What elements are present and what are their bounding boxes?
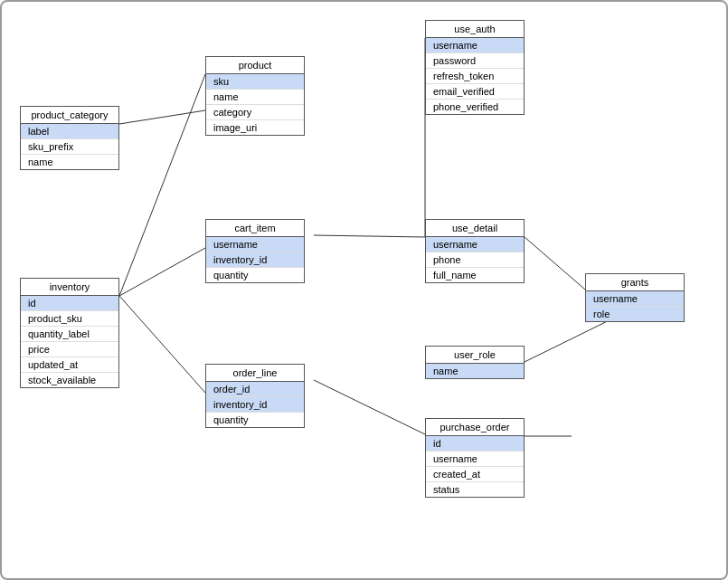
- table-title-product: product: [206, 57, 304, 74]
- field-cart_item-quantity: quantity: [206, 268, 304, 282]
- table-grants: grantsusernamerole: [585, 273, 685, 322]
- svg-line-1: [119, 74, 205, 296]
- field-cart_item-username: username: [206, 237, 304, 252]
- svg-line-8: [314, 380, 425, 434]
- table-product_category: product_categorylabelsku_prefixname: [20, 106, 119, 170]
- svg-line-6: [525, 237, 585, 290]
- field-order_line-quantity: quantity: [206, 413, 304, 427]
- field-use_detail-full_name: full_name: [426, 268, 524, 282]
- table-title-purchase_order: purchase_order: [426, 419, 524, 436]
- field-purchase_order-id: id: [426, 436, 524, 452]
- field-cart_item-inventory_id: inventory_id: [206, 252, 304, 268]
- field-grants-username: username: [586, 291, 684, 307]
- field-order_line-order_id: order_id: [206, 382, 304, 397]
- field-purchase_order-status: status: [426, 482, 524, 497]
- table-title-product_category: product_category: [21, 107, 118, 124]
- field-product-category: category: [206, 105, 304, 120]
- field-product_category-sku_prefix: sku_prefix: [21, 139, 118, 155]
- field-use_auth-phone_verified: phone_verified: [426, 100, 524, 114]
- field-use_detail-phone: phone: [426, 252, 524, 268]
- table-title-user_role: user_role: [426, 347, 524, 364]
- field-use_auth-refresh_token: refresh_token: [426, 69, 524, 84]
- field-product_category-label: label: [21, 124, 118, 139]
- field-purchase_order-created_at: created_at: [426, 467, 524, 482]
- field-inventory-stock_available: stock_available: [21, 373, 118, 387]
- table-title-use_auth: use_auth: [426, 21, 524, 38]
- field-use_auth-email_verified: email_verified: [426, 84, 524, 100]
- field-product-name: name: [206, 90, 304, 105]
- field-use_auth-password: password: [426, 53, 524, 69]
- field-inventory-product_sku: product_sku: [21, 311, 118, 327]
- table-use_auth: use_authusernamepasswordrefresh_tokenema…: [425, 20, 525, 115]
- table-title-cart_item: cart_item: [206, 220, 304, 237]
- field-inventory-updated_at: updated_at: [21, 357, 118, 373]
- table-title-inventory: inventory: [21, 279, 118, 296]
- field-purchase_order-username: username: [426, 452, 524, 467]
- table-use_detail: use_detailusernamephonefull_name: [425, 219, 525, 283]
- svg-line-3: [119, 296, 205, 393]
- field-inventory-quantity_label: quantity_label: [21, 327, 118, 342]
- svg-line-0: [119, 110, 205, 124]
- table-user_role: user_rolename: [425, 346, 525, 379]
- field-order_line-inventory_id: inventory_id: [206, 397, 304, 413]
- table-title-use_detail: use_detail: [426, 220, 524, 237]
- field-inventory-price: price: [21, 342, 118, 357]
- field-product_category-name: name: [21, 155, 118, 169]
- field-inventory-id: id: [21, 296, 118, 311]
- field-use_auth-username: username: [426, 38, 524, 53]
- svg-line-5: [314, 235, 425, 237]
- field-product-image_uri: image_uri: [206, 120, 304, 135]
- table-purchase_order: purchase_orderidusernamecreated_atstatus: [425, 418, 525, 498]
- field-grants-role: role: [586, 307, 684, 321]
- table-cart_item: cart_itemusernameinventory_idquantity: [205, 219, 305, 283]
- field-use_detail-username: username: [426, 237, 524, 252]
- table-order_line: order_lineorder_idinventory_idquantity: [205, 364, 305, 428]
- table-product: productskunamecategoryimage_uri: [205, 56, 305, 136]
- svg-line-2: [119, 248, 205, 296]
- field-user_role-name: name: [426, 364, 524, 378]
- table-title-grants: grants: [586, 274, 684, 291]
- diagram-canvas: product_categorylabelsku_prefixnameinven…: [0, 0, 728, 580]
- table-title-order_line: order_line: [206, 365, 304, 382]
- table-inventory: inventoryidproduct_skuquantity_labelpric…: [20, 278, 119, 388]
- field-product-sku: sku: [206, 74, 304, 90]
